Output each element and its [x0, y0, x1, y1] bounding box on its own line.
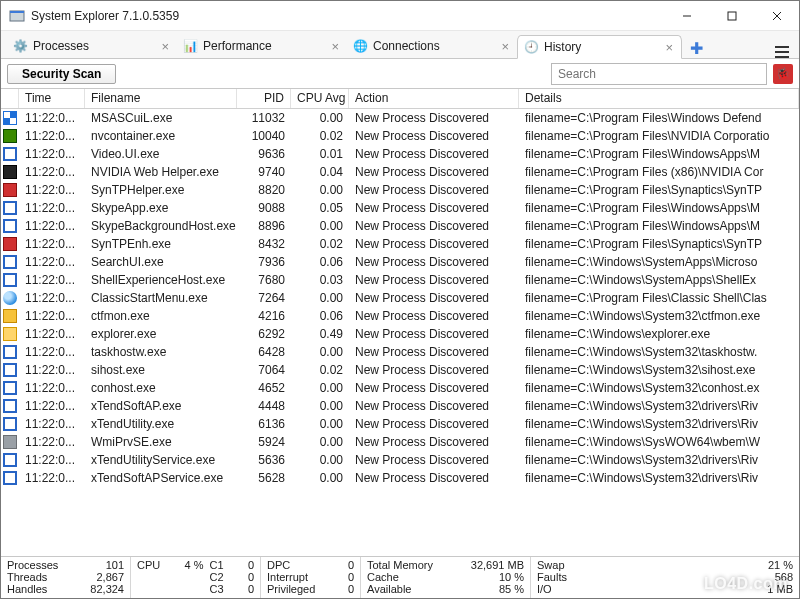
table-row[interactable]: 11:22:0...explorer.exe62920.49New Proces…: [1, 325, 799, 343]
status-value: 10 %: [455, 571, 524, 583]
tab-close-icon[interactable]: ×: [161, 39, 169, 54]
status-label: C3: [210, 583, 233, 595]
table-row[interactable]: 11:22:0...conhost.exe46520.00New Process…: [1, 379, 799, 397]
table-row[interactable]: 11:22:0...SynTPHelper.exe88200.00New Pro…: [1, 181, 799, 199]
cell-time: 11:22:0...: [19, 345, 85, 359]
status-value: 0: [335, 583, 354, 595]
cell-time: 11:22:0...: [19, 471, 85, 485]
status-value: 4 %: [175, 559, 203, 571]
cell-pid: 4216: [237, 309, 291, 323]
cell-cpuavg: 0.00: [291, 399, 349, 413]
table-row[interactable]: 11:22:0...taskhostw.exe64280.00New Proce…: [1, 343, 799, 361]
close-button[interactable]: [754, 1, 799, 30]
table-row[interactable]: 11:22:0...SkypeBackgroundHost.exe88960.0…: [1, 217, 799, 235]
cell-details: filename=C:\Windows\System32\ctfmon.exe: [519, 309, 799, 323]
process-icon: [3, 453, 17, 467]
cell-time: 11:22:0...: [19, 255, 85, 269]
table-row[interactable]: 11:22:0...sihost.exe70640.02New Process …: [1, 361, 799, 379]
security-scan-button[interactable]: Security Scan: [7, 64, 116, 84]
tab-connections[interactable]: 🌐 Connections ×: [347, 34, 517, 58]
table-header: Time Filename PID CPU Avg Action Details: [1, 89, 799, 109]
table-row[interactable]: 11:22:0...xTendSoftAPService.exe56280.00…: [1, 469, 799, 487]
table-row[interactable]: 11:22:0...ShellExperienceHost.exe76800.0…: [1, 271, 799, 289]
cell-details: filename=C:\Program Files\WindowsApps\M: [519, 201, 799, 215]
watermark: LO4D.com: [685, 575, 788, 593]
cell-details: filename=C:\Windows\System32\sihost.exe: [519, 363, 799, 377]
cell-details: filename=C:\Windows\SystemApps\ShellEx: [519, 273, 799, 287]
cell-filename: xTendUtility.exe: [85, 417, 237, 431]
status-value: 21 %: [670, 559, 793, 571]
cell-pid: 9636: [237, 147, 291, 161]
process-icon: [3, 399, 17, 413]
table-row[interactable]: 11:22:0...nvcontainer.exe100400.02New Pr…: [1, 127, 799, 145]
table-row[interactable]: 11:22:0...SearchUI.exe79360.06New Proces…: [1, 253, 799, 271]
cell-action: New Process Discovered: [349, 291, 519, 305]
table-row[interactable]: 11:22:0...SynTPEnh.exe84320.02New Proces…: [1, 235, 799, 253]
cell-time: 11:22:0...: [19, 237, 85, 251]
tab-close-icon[interactable]: ×: [501, 39, 509, 54]
add-tab-button[interactable]: ✚: [686, 38, 706, 58]
tab-close-icon[interactable]: ×: [665, 40, 673, 55]
table-row[interactable]: 11:22:0...SkypeApp.exe90880.05New Proces…: [1, 199, 799, 217]
process-icon: [3, 363, 17, 377]
col-filename[interactable]: Filename: [85, 89, 237, 108]
cell-pid: 8432: [237, 237, 291, 251]
col-icon[interactable]: [1, 89, 19, 108]
tab-label: Processes: [33, 39, 89, 53]
table-row[interactable]: 11:22:0...Video.UI.exe96360.01New Proces…: [1, 145, 799, 163]
tab-label: Connections: [373, 39, 440, 53]
cell-pid: 9740: [237, 165, 291, 179]
cell-pid: 4652: [237, 381, 291, 395]
cell-filename: SearchUI.exe: [85, 255, 237, 269]
table-row[interactable]: 11:22:0...ClassicStartMenu.exe72640.00Ne…: [1, 289, 799, 307]
cell-cpuavg: 0.06: [291, 255, 349, 269]
cell-action: New Process Discovered: [349, 363, 519, 377]
cell-action: New Process Discovered: [349, 417, 519, 431]
cell-cpuavg: 0.02: [291, 237, 349, 251]
cell-filename: SynTPEnh.exe: [85, 237, 237, 251]
cell-cpuavg: 0.00: [291, 453, 349, 467]
maximize-button[interactable]: [709, 1, 754, 30]
col-cpuavg[interactable]: CPU Avg: [291, 89, 349, 108]
status-label: Privileged: [267, 583, 329, 595]
cell-filename: SynTPHelper.exe: [85, 183, 237, 197]
col-time[interactable]: Time: [19, 89, 85, 108]
table-row[interactable]: 11:22:0...WmiPrvSE.exe59240.00New Proces…: [1, 433, 799, 451]
table-row[interactable]: 11:22:0...MSASCuiL.exe110320.00New Proce…: [1, 109, 799, 127]
col-action[interactable]: Action: [349, 89, 519, 108]
cell-cpuavg: 0.00: [291, 417, 349, 431]
tab-processes[interactable]: ⚙️ Processes ×: [7, 34, 177, 58]
table-row[interactable]: 11:22:0...ctfmon.exe42160.06New Process …: [1, 307, 799, 325]
table-row[interactable]: 11:22:0...xTendUtility.exe61360.00New Pr…: [1, 415, 799, 433]
cell-pid: 5636: [237, 453, 291, 467]
col-pid[interactable]: PID: [237, 89, 291, 108]
tab-label: Performance: [203, 39, 272, 53]
process-icon: [3, 111, 17, 125]
search-input[interactable]: [551, 63, 767, 85]
minimize-button[interactable]: [664, 1, 709, 30]
cell-time: 11:22:0...: [19, 165, 85, 179]
process-icon: [3, 183, 17, 197]
cell-time: 11:22:0...: [19, 309, 85, 323]
cell-cpuavg: 0.05: [291, 201, 349, 215]
toolbar: Security Scan 🐞: [1, 59, 799, 89]
table-row[interactable]: 11:22:0...NVIDIA Web Helper.exe97400.04N…: [1, 163, 799, 181]
col-details[interactable]: Details: [519, 89, 799, 108]
menu-button[interactable]: [771, 46, 793, 58]
table-row[interactable]: 11:22:0...xTendSoftAP.exe44480.00New Pro…: [1, 397, 799, 415]
cell-cpuavg: 0.06: [291, 309, 349, 323]
cell-pid: 7936: [237, 255, 291, 269]
cell-filename: NVIDIA Web Helper.exe: [85, 165, 237, 179]
cell-cpuavg: 0.00: [291, 435, 349, 449]
tab-performance[interactable]: 📊 Performance ×: [177, 34, 347, 58]
table-body[interactable]: 11:22:0...MSASCuiL.exe110320.00New Proce…: [1, 109, 799, 556]
table-row[interactable]: 11:22:0...xTendUtilityService.exe56360.0…: [1, 451, 799, 469]
tab-close-icon[interactable]: ×: [331, 39, 339, 54]
report-icon[interactable]: 🐞: [773, 64, 793, 84]
cell-time: 11:22:0...: [19, 147, 85, 161]
cell-pid: 5628: [237, 471, 291, 485]
tab-history[interactable]: 🕘 History ×: [517, 35, 682, 59]
cell-pid: 7264: [237, 291, 291, 305]
cell-filename: SkypeApp.exe: [85, 201, 237, 215]
cell-filename: taskhostw.exe: [85, 345, 237, 359]
